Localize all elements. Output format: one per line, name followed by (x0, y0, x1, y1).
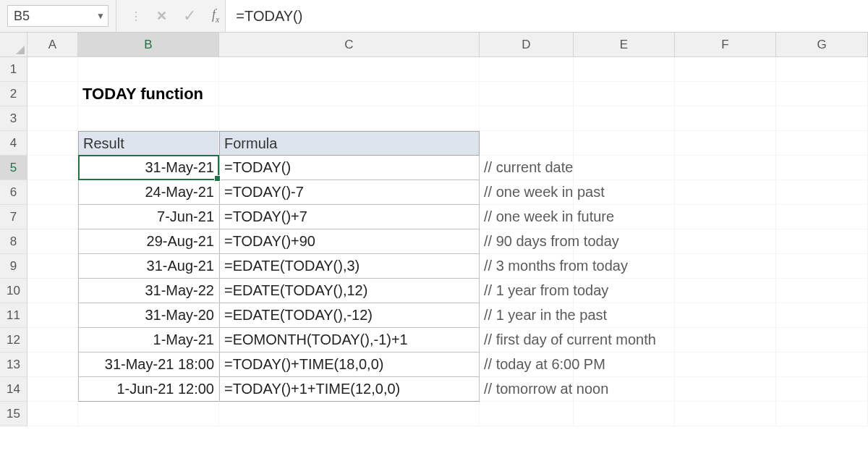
cell[interactable] (776, 279, 868, 303)
select-all-corner[interactable] (0, 33, 27, 57)
cell-comment[interactable]: // 1 year from today (480, 279, 574, 303)
cell[interactable] (675, 279, 776, 303)
cell-comment[interactable]: // tomorrow at noon (480, 377, 574, 402)
cell[interactable] (27, 131, 78, 156)
row-header[interactable]: 14 (0, 377, 27, 402)
table-header-formula[interactable]: Formula (219, 131, 480, 156)
cell-result[interactable]: 1-Jun-21 12:00 (78, 377, 219, 402)
cell[interactable] (776, 254, 868, 279)
cell[interactable] (574, 279, 675, 303)
cell[interactable] (776, 106, 868, 131)
cell-comment[interactable]: // 3 months from today (480, 254, 574, 279)
cell[interactable] (480, 82, 574, 106)
row-header[interactable]: 11 (0, 303, 27, 328)
cell-comment[interactable]: // one week in past (480, 180, 574, 205)
cell[interactable] (776, 156, 868, 180)
cell[interactable] (675, 205, 776, 229)
cell[interactable] (776, 82, 868, 106)
cell-formula[interactable]: =EDATE(TODAY(),12) (219, 279, 480, 303)
fx-icon[interactable]: fx (212, 7, 219, 25)
cell[interactable] (574, 352, 675, 377)
cell[interactable] (78, 57, 219, 82)
row-header[interactable]: 2 (0, 82, 27, 106)
row-header[interactable]: 1 (0, 57, 27, 82)
formula-input[interactable]: =TODAY() (225, 0, 868, 32)
row-header[interactable]: 6 (0, 180, 27, 205)
name-box[interactable]: B5 ▼ (7, 5, 109, 27)
cell[interactable] (574, 229, 675, 254)
cell[interactable] (27, 303, 78, 328)
cell[interactable] (776, 402, 868, 426)
page-title[interactable]: TODAY function (78, 82, 219, 106)
cell[interactable] (27, 328, 78, 352)
cell[interactable] (574, 82, 675, 106)
cell[interactable] (675, 377, 776, 402)
cell-formula[interactable]: =EOMONTH(TODAY(),-1)+1 (219, 328, 480, 352)
cell[interactable] (27, 402, 78, 426)
cell[interactable] (574, 377, 675, 402)
cell[interactable] (574, 131, 675, 156)
cell[interactable] (675, 82, 776, 106)
column-header[interactable]: C (219, 33, 480, 57)
cell[interactable] (776, 328, 868, 352)
cell-formula[interactable]: =TODAY()+90 (219, 229, 480, 254)
column-header[interactable]: F (675, 33, 776, 57)
cell[interactable] (675, 352, 776, 377)
cell[interactable] (675, 402, 776, 426)
cell[interactable] (574, 303, 675, 328)
cell-comment[interactable]: // 90 days from today (480, 229, 574, 254)
more-icon[interactable]: ⋮ (130, 9, 140, 23)
cell-comment[interactable]: // current date (480, 156, 574, 180)
cell[interactable] (776, 57, 868, 82)
cell[interactable] (574, 180, 675, 205)
row-header[interactable]: 12 (0, 328, 27, 352)
cell-formula[interactable]: =EDATE(TODAY(),-12) (219, 303, 480, 328)
cell-formula[interactable]: =TODAY()+7 (219, 205, 480, 229)
cell[interactable] (675, 254, 776, 279)
cell[interactable] (27, 377, 78, 402)
cell[interactable] (219, 106, 480, 131)
cell-result[interactable]: 29-Aug-21 (78, 229, 219, 254)
cell[interactable] (480, 131, 574, 156)
cell-result[interactable]: 31-May-21 18:00 (78, 352, 219, 377)
cell[interactable] (675, 328, 776, 352)
row-header[interactable]: 15 (0, 402, 27, 426)
cell[interactable] (27, 352, 78, 377)
cell[interactable] (480, 106, 574, 131)
cell[interactable] (574, 328, 675, 352)
row-header[interactable]: 5 (0, 156, 27, 180)
cell-comment[interactable]: // today at 6:00 PM (480, 352, 574, 377)
enter-icon[interactable]: ✓ (183, 7, 196, 25)
cell[interactable] (776, 131, 868, 156)
cell[interactable] (219, 402, 480, 426)
cell[interactable] (675, 106, 776, 131)
cancel-icon[interactable]: ✕ (156, 8, 167, 24)
cell[interactable] (675, 229, 776, 254)
row-header[interactable]: 4 (0, 131, 27, 156)
cell-result[interactable]: 1-May-21 (78, 328, 219, 352)
cell-formula[interactable]: =TODAY()+TIME(18,0,0) (219, 352, 480, 377)
cell[interactable] (776, 352, 868, 377)
cell-result[interactable]: 31-May-20 (78, 303, 219, 328)
cell[interactable] (27, 57, 78, 82)
row-header[interactable]: 3 (0, 106, 27, 131)
cell[interactable] (675, 156, 776, 180)
column-header[interactable]: G (776, 33, 868, 57)
column-header[interactable]: D (480, 33, 574, 57)
cell-result[interactable]: 7-Jun-21 (78, 205, 219, 229)
cell[interactable] (219, 82, 480, 106)
cell-comment[interactable]: // 1 year in the past (480, 303, 574, 328)
cell[interactable] (574, 205, 675, 229)
column-header[interactable]: A (27, 33, 78, 57)
cell[interactable] (78, 402, 219, 426)
cell-comment[interactable]: // first day of current month (480, 328, 574, 352)
cell[interactable] (27, 82, 78, 106)
cell-formula[interactable]: =EDATE(TODAY(),3) (219, 254, 480, 279)
cell[interactable] (27, 180, 78, 205)
row-header[interactable]: 7 (0, 205, 27, 229)
row-header[interactable]: 13 (0, 352, 27, 377)
cell[interactable] (675, 57, 776, 82)
cell[interactable] (27, 254, 78, 279)
cell[interactable] (27, 279, 78, 303)
cell[interactable] (776, 377, 868, 402)
